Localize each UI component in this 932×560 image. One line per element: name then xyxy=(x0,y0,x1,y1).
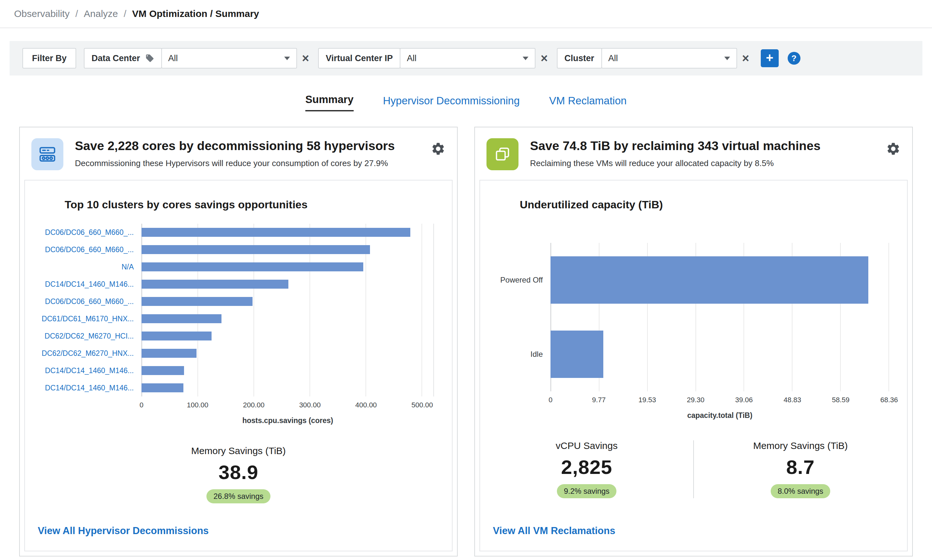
caret-down-icon xyxy=(284,57,290,60)
bar xyxy=(141,245,370,254)
data-center-select[interactable]: All xyxy=(161,48,297,68)
chart-y-axis: DC06/DC06_660_M660_...DC06/DC06_660_M660… xyxy=(34,224,141,397)
chart-category-label[interactable]: DC61/DC61_M6170_HNX... xyxy=(34,310,134,328)
tab-vm-reclamation[interactable]: VM Reclamation xyxy=(549,95,627,111)
card-header-text: Save 2,228 cores by decommissioning 58 h… xyxy=(75,138,419,168)
stats-row: Memory Savings (TiB) 38.9 26.8% savings xyxy=(25,445,452,503)
chart-x-ticks: 0100.00200.00300.00400.00500.00 xyxy=(141,401,434,411)
filter-group-cluster: Cluster All × xyxy=(557,48,752,68)
chart-category-label[interactable]: N/A xyxy=(34,258,134,275)
x-tick-label: 0 xyxy=(549,396,552,404)
x-tick-label: 200.00 xyxy=(243,401,265,409)
x-tick-label: 500.00 xyxy=(412,401,433,409)
bar-row xyxy=(141,362,433,379)
tab-summary[interactable]: Summary xyxy=(305,94,353,111)
virtual-center-ip-select[interactable]: All xyxy=(400,48,535,68)
bar xyxy=(141,280,288,289)
bar xyxy=(141,228,410,237)
spacer xyxy=(489,406,551,420)
view-all-hypervisor-decommissions-link[interactable]: View All Hypervisor Decommissions xyxy=(25,503,452,551)
chart-category-label[interactable]: DC06/DC06_660_M660_... xyxy=(34,293,134,310)
chart-category-label[interactable]: DC06/DC06_660_M660_... xyxy=(34,224,134,241)
chart-category-label: Idle xyxy=(489,317,543,391)
bar xyxy=(551,331,603,378)
bar-row xyxy=(141,310,433,328)
bar-row xyxy=(141,345,433,362)
x-tick-label: 0 xyxy=(140,401,143,409)
x-tick-label: 48.83 xyxy=(783,396,801,404)
virtual-center-ip-filter-label: Virtual Center IP xyxy=(318,48,401,68)
x-tick-label: 100.00 xyxy=(187,401,208,409)
help-icon[interactable]: ? xyxy=(787,52,800,65)
bar-row xyxy=(141,241,433,258)
virtual-center-ip-filter-label-text: Virtual Center IP xyxy=(326,54,393,63)
breadcrumb-separator: / xyxy=(75,8,78,19)
breadcrumb: Observability / Analyze / VM Optimizatio… xyxy=(14,8,259,19)
chart-category-label[interactable]: DC62/DC62_M6270_HCI... xyxy=(34,328,134,345)
hypervisor-decommissioning-card: Save 2,228 cores by decommissioning 58 h… xyxy=(19,127,458,557)
vcpu-savings-stat: vCPU Savings 2,825 9.2% savings xyxy=(480,440,693,498)
card-title: Save 2,228 cores by decommissioning 58 h… xyxy=(75,138,419,154)
virtual-center-ip-select-value: All xyxy=(407,54,417,63)
bar xyxy=(141,262,363,271)
bar xyxy=(141,349,197,358)
card-subtitle: Reclaiming these VMs will reduce your al… xyxy=(530,158,874,168)
chart-plot-area xyxy=(551,243,889,391)
chart-plot-area xyxy=(141,224,434,397)
breadcrumb-current-page: VM Optimization / Summary xyxy=(132,8,259,19)
cluster-filter-label-text: Cluster xyxy=(564,54,594,63)
cluster-select-value: All xyxy=(608,54,618,63)
x-tick-label: 400.00 xyxy=(355,401,377,409)
stat-label: Memory Savings (TiB) xyxy=(701,440,899,451)
bar-row xyxy=(141,275,433,293)
view-all-vm-reclamations-link[interactable]: View All VM Reclamations xyxy=(480,503,907,551)
stat-value: 38.9 xyxy=(191,461,286,483)
underutilized-capacity-chart: Powered OffIdle 09.7719.5329.3039.0648.8… xyxy=(480,224,907,420)
clear-data-center-filter-button[interactable]: × xyxy=(302,52,309,64)
filter-bar: Filter By Data Center All × Virtual Cent… xyxy=(9,41,923,75)
gridline xyxy=(889,243,889,391)
tab-hypervisor-decommissioning[interactable]: Hypervisor Decommissioning xyxy=(383,95,520,111)
chart-x-label-row: capacity.total (TiB) xyxy=(489,406,889,420)
vm-reclamation-card: Save 74.8 TiB by reclaiming 343 virtual … xyxy=(474,127,913,557)
chart-body: DC06/DC06_660_M660_...DC06/DC06_660_M660… xyxy=(34,224,434,397)
chart-x-ticks-row: 0100.00200.00300.00400.00500.00 xyxy=(34,397,434,411)
breadcrumb-observability[interactable]: Observability xyxy=(14,8,69,19)
chart-category-label: Powered Off xyxy=(489,243,543,317)
add-filter-button[interactable]: + xyxy=(761,49,779,67)
gear-icon[interactable] xyxy=(431,142,446,156)
vm-icon xyxy=(486,138,518,170)
savings-badge: 26.8% savings xyxy=(206,489,271,503)
bar-row xyxy=(141,258,433,275)
filter-by-label: Filter By xyxy=(22,48,76,68)
savings-badge: 8.0% savings xyxy=(771,484,830,498)
clear-cluster-filter-button[interactable]: × xyxy=(742,52,749,64)
chart-x-ticks: 09.7719.5329.3039.0648.8358.5968.36 xyxy=(551,396,889,406)
x-tick-label: 9.77 xyxy=(592,396,606,404)
savings-badge: 9.2% savings xyxy=(557,484,617,498)
filter-group-data-center: Data Center All × xyxy=(84,48,312,68)
card-header-text: Save 74.8 TiB by reclaiming 343 virtual … xyxy=(530,138,874,168)
breadcrumb-analyze[interactable]: Analyze xyxy=(84,8,118,19)
x-axis-label: capacity.total (TiB) xyxy=(551,411,889,420)
memory-savings-stat: Memory Savings (TiB) 8.7 8.0% savings xyxy=(693,440,907,498)
chart-category-label[interactable]: DC62/DC62_M6270_HNX... xyxy=(34,345,134,362)
cluster-select[interactable]: All xyxy=(601,48,737,68)
memory-savings-stat: Memory Savings (TiB) 38.9 26.8% savings xyxy=(183,445,294,503)
bar xyxy=(141,332,212,340)
chart-category-label[interactable]: DC14/DC14_1460_M146... xyxy=(34,379,134,397)
bar xyxy=(141,366,184,375)
gear-icon[interactable] xyxy=(886,142,901,156)
spacer xyxy=(34,411,141,425)
spacer xyxy=(34,397,141,411)
chart-category-label[interactable]: DC06/DC06_660_M660_... xyxy=(34,241,134,258)
bar-row xyxy=(551,243,889,317)
chart-body: Powered OffIdle xyxy=(489,243,889,391)
chart-category-label[interactable]: DC14/DC14_1460_M146... xyxy=(34,275,134,293)
x-tick-label: 300.00 xyxy=(299,401,321,409)
caret-down-icon xyxy=(724,57,730,60)
tab-bar: Summary Hypervisor Decommissioning VM Re… xyxy=(0,94,932,111)
chart-category-label[interactable]: DC14/DC14_1460_M146... xyxy=(34,362,134,379)
clear-virtual-center-ip-filter-button[interactable]: × xyxy=(541,52,548,64)
card-body-panel: Underutilized capacity (TiB) Powered Off… xyxy=(480,180,908,551)
